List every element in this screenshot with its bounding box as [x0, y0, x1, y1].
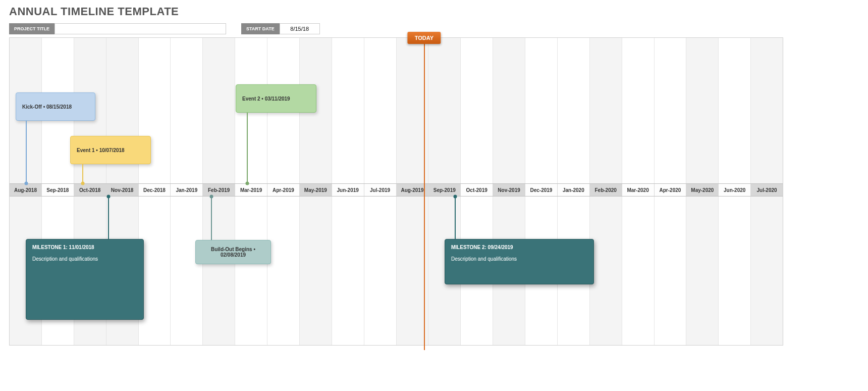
start-date-label: START DATE: [241, 23, 280, 34]
axis-month-label: Feb-2020: [590, 184, 622, 196]
today-marker-line: [424, 43, 425, 350]
connector-line: [108, 197, 109, 239]
event-card[interactable]: Event 2 • 03/11/2019: [236, 84, 316, 113]
axis-month-label: Jul-2019: [364, 184, 397, 196]
connector-line: [211, 197, 212, 240]
axis-month-label: Jun-2019: [332, 184, 364, 196]
start-date-field: START DATE8/15/18: [241, 23, 320, 34]
connector-dot: [210, 195, 213, 199]
timeline-chart: Aug-2018Sep-2018Oct-2018Nov-2018Dec-2018…: [9, 37, 783, 346]
axis-month-label: Oct-2018: [74, 184, 106, 196]
connector-line: [82, 164, 83, 183]
milestone-title: MILESTONE 1: 11/01/2018: [32, 245, 137, 250]
axis-month-label: Dec-2019: [525, 184, 558, 196]
project-title-label: PROJECT TITLE: [9, 23, 55, 34]
timeline-axis: Aug-2018Sep-2018Oct-2018Nov-2018Dec-2018…: [10, 183, 783, 197]
connector-line: [247, 113, 248, 183]
connector-dot: [24, 182, 28, 185]
milestone-description: Description and qualifications: [451, 256, 587, 262]
axis-month-label: May-2020: [686, 184, 719, 196]
axis-month-label: Nov-2018: [106, 184, 139, 196]
milestone-description: Description and qualifications: [32, 256, 137, 262]
connector-dot: [81, 182, 84, 185]
axis-month-label: Aug-2018: [10, 184, 42, 196]
milestone-title: MILESTONE 2: 09/24/2019: [451, 245, 587, 250]
axis-month-label: Mar-2019: [235, 184, 267, 196]
axis-month-label: Apr-2020: [655, 184, 687, 196]
connector-dot: [454, 195, 457, 199]
today-badge: TODAY: [408, 32, 441, 44]
connector-dot: [245, 182, 249, 185]
axis-month-label: Mar-2020: [622, 184, 655, 196]
axis-month-label: Dec-2018: [139, 184, 171, 196]
axis-month-label: Apr-2019: [267, 184, 300, 196]
connector-line: [455, 197, 456, 239]
axis-month-label: Jun-2020: [719, 184, 751, 196]
milestone-card[interactable]: MILESTONE 2: 09/24/2019Description and q…: [445, 239, 594, 284]
event-card[interactable]: Kick-Off • 08/15/2018: [16, 92, 95, 121]
axis-month-label: Jan-2019: [171, 184, 203, 196]
axis-month-label: Oct-2019: [461, 184, 493, 196]
axis-month-label: Nov-2019: [493, 184, 525, 196]
axis-month-label: May-2019: [300, 184, 332, 196]
axis-month-label: Sep-2018: [42, 184, 74, 196]
event-card[interactable]: Build-Out Begins • 02/08/2019: [195, 240, 271, 264]
axis-month-label: Feb-2019: [203, 184, 235, 196]
axis-month-label: Jan-2020: [558, 184, 590, 196]
event-card[interactable]: Event 1 • 10/07/2018: [70, 136, 151, 164]
page-title: ANNUAL TIMELINE TEMPLATE: [9, 5, 859, 18]
start-date-input[interactable]: 8/15/18: [280, 23, 320, 34]
project-title-field: PROJECT TITLE: [9, 23, 226, 34]
axis-month-label: Jul-2020: [751, 184, 783, 196]
axis-month-label: Sep-2019: [428, 184, 461, 196]
project-title-input[interactable]: [55, 23, 226, 34]
connector-line: [26, 121, 27, 183]
connector-dot: [106, 195, 110, 199]
milestone-card[interactable]: MILESTONE 1: 11/01/2018Description and q…: [26, 239, 144, 320]
